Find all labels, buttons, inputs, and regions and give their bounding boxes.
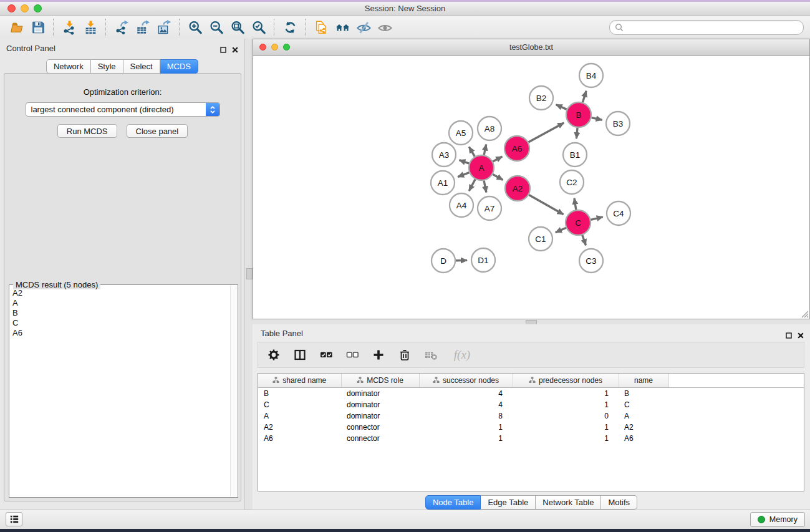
tab-style[interactable]: Style bbox=[91, 59, 123, 74]
column-header-predecessor-nodes[interactable]: predecessor nodes bbox=[513, 374, 619, 388]
optimization-criterion-select[interactable]: largest connected component (directed) bbox=[26, 102, 220, 117]
graph-edge-B-B4[interactable] bbox=[582, 91, 586, 102]
table-row[interactable]: A6connector11A6 bbox=[258, 433, 804, 444]
table-cell[interactable]: 1 bbox=[419, 433, 513, 444]
graph-edge-B-B2[interactable] bbox=[556, 105, 567, 110]
table-settings-button[interactable] bbox=[267, 347, 281, 362]
show-hide-panels-button[interactable] bbox=[332, 17, 353, 37]
open-session-button[interactable] bbox=[6, 17, 27, 37]
import-network-button[interactable] bbox=[59, 17, 80, 37]
tab-node-table[interactable]: Node Table bbox=[425, 495, 481, 510]
zoom-selected-button[interactable] bbox=[248, 17, 269, 37]
add-column-button[interactable] bbox=[372, 347, 385, 362]
deselect-all-button[interactable] bbox=[345, 347, 359, 362]
tab-edge-table[interactable]: Edge Table bbox=[481, 495, 536, 510]
graph-edge-A-A1[interactable] bbox=[458, 173, 469, 177]
graph-node-D1[interactable]: D1 bbox=[471, 248, 495, 272]
graph-edge-A-A5[interactable] bbox=[469, 147, 475, 157]
graph-node-B4[interactable]: B4 bbox=[579, 64, 603, 87]
select-all-button[interactable] bbox=[319, 347, 333, 362]
graph-node-A1[interactable]: A1 bbox=[431, 171, 455, 195]
graph-edge-C-C4[interactable] bbox=[591, 217, 603, 220]
graph-edge-C-C3[interactable] bbox=[582, 235, 586, 246]
export-image-button[interactable] bbox=[153, 17, 175, 37]
table-cell[interactable]: C bbox=[619, 399, 668, 410]
graph-node-A2[interactable]: A2 bbox=[505, 176, 530, 201]
zoom-window-button[interactable] bbox=[34, 4, 42, 12]
graph-node-A[interactable]: A bbox=[469, 155, 494, 180]
graph-node-C2[interactable]: C2 bbox=[560, 170, 584, 194]
tab-mcds[interactable]: MCDS bbox=[160, 59, 198, 74]
run-mcds-button[interactable]: Run MCDS bbox=[57, 124, 117, 138]
network-graph[interactable]: B4B2BB3A8A5A6B1A3AA1C2A2A4A7C4CC1C3DD1 bbox=[254, 56, 809, 318]
minimize-window-button[interactable] bbox=[21, 4, 29, 12]
table-row[interactable]: A2connector11A2 bbox=[258, 422, 804, 433]
table-cell[interactable]: C bbox=[258, 399, 341, 410]
column-header-MCDS-role[interactable]: MCDS role bbox=[341, 374, 419, 388]
import-table-button[interactable] bbox=[80, 17, 101, 37]
table-cell[interactable]: 1 bbox=[513, 388, 619, 400]
tab-network[interactable]: Network bbox=[46, 59, 91, 74]
close-network-button[interactable] bbox=[259, 44, 266, 51]
table-cell[interactable]: A bbox=[258, 410, 341, 422]
result-item[interactable]: B bbox=[10, 308, 230, 318]
graph-edge-A-A3[interactable] bbox=[460, 160, 470, 164]
graph-node-B[interactable]: B bbox=[566, 102, 591, 127]
table-cell[interactable]: A6 bbox=[619, 433, 668, 444]
graph-edge-A6-B[interactable] bbox=[528, 123, 564, 142]
result-item[interactable]: A2 bbox=[10, 288, 230, 298]
graph-node-A4[interactable]: A4 bbox=[450, 193, 473, 217]
export-network-button[interactable] bbox=[111, 17, 132, 37]
table-cell[interactable]: 4 bbox=[419, 399, 513, 410]
table-row[interactable]: Bdominator41B bbox=[258, 388, 804, 400]
graph-node-A3[interactable]: A3 bbox=[432, 143, 456, 167]
column-header-name[interactable]: name bbox=[619, 374, 668, 388]
table-cell[interactable]: A2 bbox=[258, 422, 341, 433]
table-cell[interactable]: 4 bbox=[419, 388, 513, 400]
graph-edge-C-C1[interactable] bbox=[556, 228, 566, 232]
table-cell[interactable]: B bbox=[619, 388, 668, 400]
table-cell[interactable]: A bbox=[619, 410, 668, 422]
graph-node-D[interactable]: D bbox=[432, 249, 455, 273]
table-row[interactable]: Adominator80A bbox=[258, 410, 804, 422]
resize-grip[interactable] bbox=[801, 310, 809, 318]
result-item[interactable]: C bbox=[10, 318, 230, 328]
tab-network-table[interactable]: Network Table bbox=[536, 495, 601, 510]
close-panel-button[interactable]: Close panel bbox=[127, 124, 188, 138]
close-panel-icon[interactable] bbox=[798, 330, 804, 341]
result-item[interactable]: A6 bbox=[10, 328, 230, 338]
column-header-shared-name[interactable]: shared name bbox=[258, 374, 341, 388]
graph-node-C3[interactable]: C3 bbox=[579, 249, 603, 273]
table-cell[interactable]: B bbox=[258, 388, 341, 400]
hide-selected-button[interactable] bbox=[353, 17, 374, 37]
table-cell[interactable]: A2 bbox=[619, 422, 668, 433]
zoom-network-button[interactable] bbox=[283, 44, 290, 51]
horizontal-splitter[interactable] bbox=[253, 319, 810, 324]
result-item[interactable]: A bbox=[10, 298, 230, 308]
graph-edge-A-A4[interactable] bbox=[469, 180, 475, 191]
memory-button[interactable]: Memory bbox=[750, 512, 805, 527]
search-box[interactable] bbox=[609, 20, 804, 35]
close-window-button[interactable] bbox=[7, 4, 16, 12]
delete-column-button[interactable] bbox=[398, 347, 412, 362]
graph-node-B3[interactable]: B3 bbox=[606, 112, 630, 135]
graph-edge-A2-C[interactable] bbox=[529, 195, 563, 214]
tab-motifs[interactable]: Motifs bbox=[601, 495, 637, 510]
table-cell[interactable]: A6 bbox=[258, 433, 341, 444]
task-history-button[interactable] bbox=[6, 512, 22, 526]
graph-edge-B-B1[interactable] bbox=[576, 128, 577, 138]
zoom-fit-button[interactable] bbox=[227, 17, 248, 37]
table-cell[interactable]: 8 bbox=[419, 410, 513, 422]
graph-edge-A-A6[interactable] bbox=[493, 157, 502, 162]
graph-node-A8[interactable]: A8 bbox=[478, 117, 501, 140]
zoom-out-button[interactable] bbox=[206, 17, 227, 37]
table-row[interactable]: Cdominator41C bbox=[258, 399, 804, 410]
table-cell[interactable]: dominator bbox=[341, 399, 419, 410]
table-cell[interactable]: dominator bbox=[341, 410, 419, 422]
table-cell[interactable]: 1 bbox=[513, 433, 619, 444]
export-table-button[interactable] bbox=[132, 17, 153, 37]
splitter-collapse-handle[interactable] bbox=[246, 268, 253, 279]
search-input[interactable] bbox=[626, 22, 798, 32]
network-window-titlebar[interactable]: testGlobe.txt bbox=[253, 39, 809, 56]
vertical-splitter[interactable] bbox=[245, 39, 253, 510]
